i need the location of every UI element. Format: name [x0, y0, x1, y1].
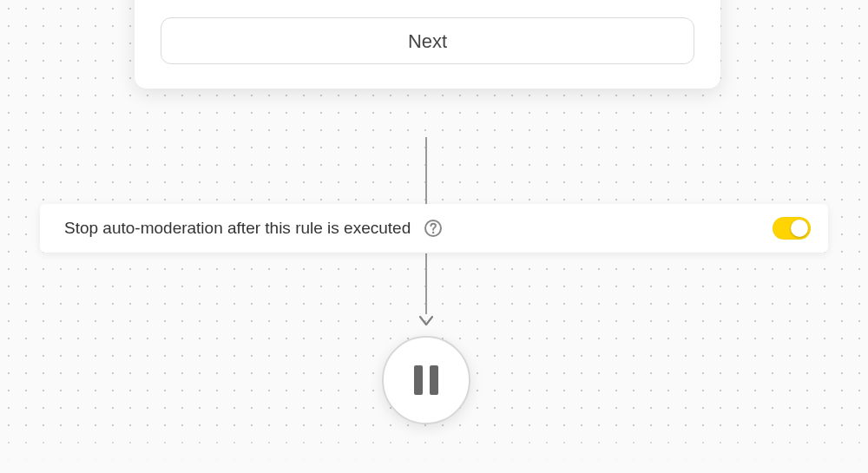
next-button[interactable]: Next — [161, 17, 694, 64]
toggle-knob — [791, 220, 808, 237]
pause-icon — [414, 365, 438, 395]
flow-canvas[interactable]: Next Stop auto-moderation after this rul… — [0, 0, 868, 473]
svg-point-1 — [432, 232, 434, 233]
stop-automod-row: Stop auto-moderation after this rule is … — [40, 204, 828, 253]
stop-automod-label: Stop auto-moderation after this rule is … — [64, 219, 411, 238]
stop-automod-toggle[interactable] — [773, 217, 811, 240]
pause-node[interactable] — [382, 336, 470, 424]
flow-connector — [425, 137, 427, 204]
flow-connector — [425, 253, 427, 314]
rule-card: Next — [135, 0, 720, 89]
bottom-fade — [0, 430, 868, 473]
help-icon[interactable] — [423, 218, 444, 239]
arrow-down-icon — [418, 312, 435, 330]
